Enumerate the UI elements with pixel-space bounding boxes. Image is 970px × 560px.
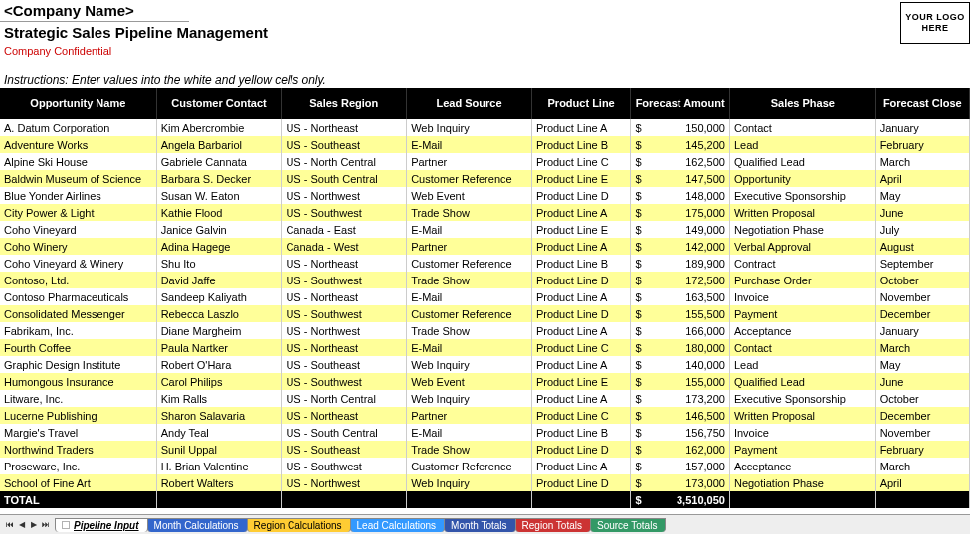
cell-opportunity-name[interactable]: Litware, Inc. — [0, 390, 156, 407]
cell-forecast-amount[interactable]: $142,000 — [631, 238, 730, 255]
cell-forecast-amount[interactable]: $162,500 — [631, 153, 730, 170]
col-header-phase[interactable]: Sales Phase — [729, 88, 875, 119]
cell-sales-region[interactable]: US - Southwest — [282, 373, 407, 390]
cell-forecast-amount[interactable]: $140,000 — [631, 356, 730, 373]
cell-sales-region[interactable]: US - North Central — [282, 390, 407, 407]
cell-sales-region[interactable]: US - Southwest — [282, 204, 407, 221]
cell-opportunity-name[interactable]: Coho Vineyard & Winery — [0, 255, 156, 272]
cell-opportunity-name[interactable]: City Power & Light — [0, 204, 156, 221]
cell-sales-phase[interactable]: Lead — [729, 356, 875, 373]
cell-forecast-close[interactable]: February — [875, 136, 969, 153]
cell-forecast-amount[interactable]: $146,500 — [631, 407, 730, 424]
cell-product-line[interactable]: Product Line A — [531, 238, 631, 255]
cell-forecast-amount[interactable]: $149,000 — [631, 221, 730, 238]
cell-customer-contact[interactable]: Kim Abercrombie — [156, 119, 282, 136]
cell-opportunity-name[interactable]: Contoso Pharmaceuticals — [0, 288, 156, 305]
cell-lead-source[interactable]: Trade Show — [407, 272, 532, 288]
cell-customer-contact[interactable]: Sunil Uppal — [156, 441, 282, 458]
col-header-region[interactable]: Sales Region — [282, 88, 407, 119]
cell-sales-region[interactable]: US - Northwest — [282, 474, 407, 491]
cell-sales-phase[interactable]: Executive Sponsorship — [729, 390, 875, 407]
cell-customer-contact[interactable]: H. Brian Valentine — [156, 458, 282, 474]
cell-opportunity-name[interactable]: Humongous Insurance — [0, 373, 156, 390]
cell-sales-region[interactable]: US - Southeast — [282, 136, 407, 153]
cell-lead-source[interactable]: Web Inquiry — [407, 356, 532, 373]
cell-forecast-close[interactable]: February — [875, 441, 969, 458]
cell-sales-phase[interactable]: Opportunity — [729, 170, 875, 187]
cell-lead-source[interactable]: Web Inquiry — [407, 390, 532, 407]
cell-forecast-amount[interactable]: $173,200 — [631, 390, 730, 407]
cell-product-line[interactable]: Product Line A — [531, 288, 631, 305]
cell-forecast-close[interactable]: November — [875, 424, 969, 441]
cell-sales-phase[interactable]: Verbal Approval — [729, 238, 875, 255]
cell-sales-region[interactable]: US - Northeast — [282, 119, 407, 136]
cell-sales-region[interactable]: US - Southeast — [282, 441, 407, 458]
cell-sales-region[interactable]: US - Northwest — [282, 187, 407, 204]
cell-opportunity-name[interactable]: School of Fine Art — [0, 474, 156, 491]
cell-product-line[interactable]: Product Line B — [531, 424, 631, 441]
cell-lead-source[interactable]: Trade Show — [407, 204, 532, 221]
cell-product-line[interactable]: Product Line B — [531, 136, 631, 153]
cell-sales-phase[interactable]: Lead — [729, 136, 875, 153]
cell-lead-source[interactable]: Web Inquiry — [407, 474, 532, 491]
cell-forecast-close[interactable]: September — [875, 255, 969, 272]
cell-forecast-close[interactable]: August — [875, 238, 969, 255]
sheet-tab[interactable]: Pipeline Input — [55, 518, 148, 532]
cell-forecast-amount[interactable]: $155,000 — [631, 373, 730, 390]
cell-forecast-amount[interactable]: $147,500 — [631, 170, 730, 187]
tab-nav-next-icon[interactable]: ▶ — [28, 518, 40, 532]
cell-forecast-amount[interactable]: $172,500 — [631, 272, 730, 288]
cell-sales-region[interactable]: US - Southwest — [282, 305, 407, 322]
cell-product-line[interactable]: Product Line E — [531, 373, 631, 390]
cell-lead-source[interactable]: Web Event — [407, 373, 532, 390]
cell-forecast-close[interactable]: January — [875, 322, 969, 339]
cell-customer-contact[interactable]: Adina Hagege — [156, 238, 282, 255]
cell-customer-contact[interactable]: Janice Galvin — [156, 221, 282, 238]
cell-customer-contact[interactable]: Carol Philips — [156, 373, 282, 390]
cell-opportunity-name[interactable]: Fabrikam, Inc. — [0, 322, 156, 339]
cell-customer-contact[interactable]: Susan W. Eaton — [156, 187, 282, 204]
cell-opportunity-name[interactable]: Baldwin Museum of Science — [0, 170, 156, 187]
cell-opportunity-name[interactable]: Graphic Design Institute — [0, 356, 156, 373]
tab-nav-first-icon[interactable]: ⏮ — [4, 518, 16, 532]
sheet-tab[interactable]: Source Totals — [590, 518, 666, 532]
cell-forecast-amount[interactable]: $145,200 — [631, 136, 730, 153]
cell-lead-source[interactable]: Trade Show — [407, 441, 532, 458]
tab-nav-prev-icon[interactable]: ◀ — [16, 518, 28, 532]
sheet-tab[interactable]: Lead Calculations — [350, 518, 446, 532]
cell-forecast-close[interactable]: January — [875, 119, 969, 136]
cell-sales-region[interactable]: US - Southwest — [282, 458, 407, 474]
cell-product-line[interactable]: Product Line C — [531, 153, 631, 170]
cell-forecast-amount[interactable]: $156,750 — [631, 424, 730, 441]
col-header-name[interactable]: Opportunity Name — [0, 88, 156, 119]
cell-opportunity-name[interactable]: Northwind Traders — [0, 441, 156, 458]
cell-opportunity-name[interactable]: Adventure Works — [0, 136, 156, 153]
cell-product-line[interactable]: Product Line A — [531, 204, 631, 221]
cell-forecast-amount[interactable]: $175,000 — [631, 204, 730, 221]
cell-sales-region[interactable]: US - Northeast — [282, 255, 407, 272]
cell-customer-contact[interactable]: Gabriele Cannata — [156, 153, 282, 170]
cell-sales-region[interactable]: US - South Central — [282, 170, 407, 187]
cell-forecast-amount[interactable]: $189,900 — [631, 255, 730, 272]
cell-sales-region[interactable]: US - Northwest — [282, 322, 407, 339]
cell-sales-phase[interactable]: Negotiation Phase — [729, 221, 875, 238]
logo-placeholder[interactable]: YOUR LOGO HERE — [900, 2, 970, 44]
cell-sales-phase[interactable]: Contract — [729, 255, 875, 272]
cell-customer-contact[interactable]: Robert Walters — [156, 474, 282, 491]
cell-customer-contact[interactable]: Rebecca Laszlo — [156, 305, 282, 322]
cell-lead-source[interactable]: Trade Show — [407, 322, 532, 339]
cell-forecast-close[interactable]: June — [875, 204, 969, 221]
cell-lead-source[interactable]: Web Event — [407, 187, 532, 204]
cell-customer-contact[interactable]: Sandeep Kaliyath — [156, 288, 282, 305]
cell-forecast-close[interactable]: December — [875, 305, 969, 322]
cell-sales-phase[interactable]: Payment — [729, 305, 875, 322]
col-header-amount[interactable]: Forecast Amount — [631, 88, 730, 119]
cell-forecast-close[interactable]: May — [875, 356, 969, 373]
cell-product-line[interactable]: Product Line A — [531, 119, 631, 136]
cell-product-line[interactable]: Product Line E — [531, 221, 631, 238]
cell-sales-phase[interactable]: Acceptance — [729, 458, 875, 474]
cell-customer-contact[interactable]: Robert O'Hara — [156, 356, 282, 373]
cell-forecast-amount[interactable]: $155,500 — [631, 305, 730, 322]
cell-sales-phase[interactable]: Purchase Order — [729, 272, 875, 288]
cell-customer-contact[interactable]: Barbara S. Decker — [156, 170, 282, 187]
